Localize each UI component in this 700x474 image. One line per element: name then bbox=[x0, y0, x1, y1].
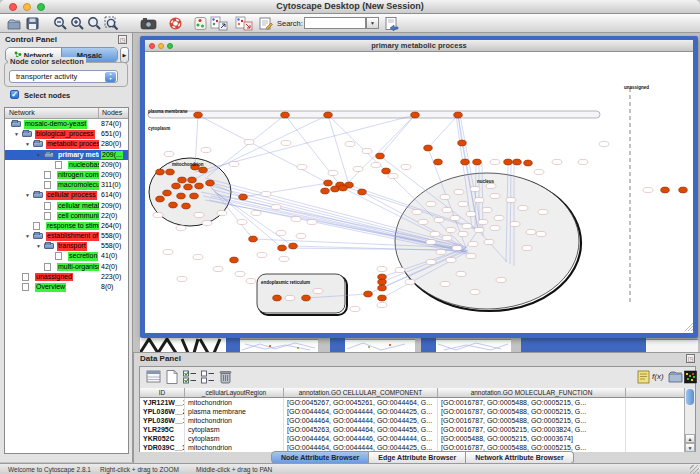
node-color-combobox[interactable]: transporter activity ▲▼ bbox=[9, 70, 118, 83]
graph-node[interactable] bbox=[461, 159, 470, 165]
graph-node-label[interactable] bbox=[490, 159, 500, 164]
table-column-header[interactable]: annotation.GO MOLECULAR_FUNCTION bbox=[438, 388, 626, 398]
attribute-table[interactable]: ID_cellularLayoutRegionannotation.GO CEL… bbox=[140, 388, 685, 452]
graph-node-label[interactable] bbox=[229, 161, 239, 166]
graph-node[interactable] bbox=[302, 295, 311, 301]
graph-edge[interactable] bbox=[343, 115, 415, 188]
graph-node[interactable] bbox=[504, 159, 513, 165]
graph-node-label[interactable] bbox=[484, 239, 494, 244]
float-panel-icon[interactable]: ◳ bbox=[118, 35, 127, 44]
graph-node-label[interactable] bbox=[235, 271, 245, 276]
graph-node-label[interactable] bbox=[470, 289, 480, 294]
graph-node[interactable] bbox=[473, 159, 482, 165]
tab-overflow-arrow[interactable]: ▶ bbox=[120, 47, 129, 63]
graph-node-label[interactable] bbox=[506, 197, 516, 202]
graph-node-label[interactable] bbox=[237, 219, 247, 224]
graph-node-label[interactable] bbox=[440, 281, 450, 286]
network-tree-row[interactable]: ▼primary metabo209(... bbox=[5, 150, 128, 160]
graph-node-label[interactable] bbox=[153, 212, 163, 217]
graph-node-label[interactable] bbox=[518, 205, 528, 210]
graph-node[interactable] bbox=[513, 159, 522, 165]
graph-node[interactable] bbox=[178, 177, 187, 183]
table-cell[interactable]: YPL036W__2 bbox=[140, 407, 185, 416]
graph-node-label[interactable] bbox=[281, 140, 291, 145]
create-attribute-icon[interactable] bbox=[164, 369, 180, 385]
table-cell[interactable]: [GO:0045263, GO:0044464, GO:0044455, G..… bbox=[284, 425, 438, 434]
network-tree-row[interactable]: ▼biological_process651(0) bbox=[5, 129, 128, 139]
scroll-down-icon[interactable]: ▼ bbox=[685, 443, 695, 452]
graph-node-label[interactable] bbox=[217, 210, 227, 215]
graph-edge[interactable] bbox=[428, 115, 458, 148]
table-cell[interactable]: [GO:0016787, GO:0005488, GO:0005215, G..… bbox=[438, 407, 626, 416]
graph-node-label[interactable] bbox=[194, 212, 204, 217]
graph-node-label[interactable] bbox=[257, 252, 267, 257]
manage-attributes-icon[interactable] bbox=[235, 16, 251, 31]
graph-node-label[interactable] bbox=[456, 271, 466, 276]
scroll-up-icon[interactable]: ▲ bbox=[685, 434, 695, 443]
graph-node-label[interactable] bbox=[177, 276, 187, 281]
graph-edge[interactable] bbox=[207, 115, 285, 177]
network-tree-row[interactable]: ▼metabolic process280(0) bbox=[5, 139, 128, 149]
close-button[interactable] bbox=[149, 43, 155, 49]
graph-node-label[interactable] bbox=[599, 141, 609, 146]
table-cell[interactable]: mitochondrion bbox=[185, 416, 284, 425]
graph-node[interactable] bbox=[454, 112, 463, 118]
network-tree-row[interactable]: unassigned223(0) bbox=[5, 272, 128, 282]
graph-node-label[interactable] bbox=[163, 249, 173, 254]
graph-node[interactable] bbox=[378, 285, 387, 291]
graph-node-label[interactable] bbox=[522, 245, 532, 250]
graph-node-label[interactable] bbox=[164, 151, 174, 156]
attribute-select-icon[interactable] bbox=[146, 369, 162, 385]
graph-node-label[interactable] bbox=[446, 227, 456, 232]
graph-node[interactable] bbox=[364, 291, 373, 297]
graph-node-label[interactable] bbox=[474, 197, 484, 202]
graph-node-label[interactable] bbox=[291, 216, 301, 221]
table-cell[interactable]: cytoplasm bbox=[185, 434, 284, 443]
graph-node[interactable] bbox=[661, 187, 670, 193]
graph-node-label[interactable] bbox=[468, 241, 478, 246]
graph-node[interactable] bbox=[524, 160, 533, 166]
expand-arrow-icon[interactable]: ▼ bbox=[25, 233, 30, 239]
zoom-in-icon[interactable] bbox=[70, 16, 86, 31]
graph-node-label[interactable] bbox=[442, 207, 452, 212]
network-graph[interactable]: plasma membranecytoplasmmitochondrionnuc… bbox=[145, 52, 693, 333]
matrix-view-icon[interactable] bbox=[684, 369, 700, 385]
delete-attribute-icon[interactable] bbox=[218, 369, 234, 385]
network-tree-row[interactable]: cell communicat22(0) bbox=[5, 211, 128, 221]
vizmapper-icon[interactable] bbox=[193, 16, 209, 31]
graph-node-label[interactable] bbox=[490, 225, 500, 230]
save-icon[interactable] bbox=[25, 16, 41, 31]
network-tree-row[interactable]: macromolecule311(0) bbox=[5, 180, 128, 190]
graph-node[interactable] bbox=[273, 295, 282, 301]
graph-node[interactable] bbox=[331, 186, 340, 192]
graph-node[interactable] bbox=[339, 185, 348, 191]
graph-node-label[interactable] bbox=[353, 166, 363, 171]
graph-node-label[interactable] bbox=[440, 194, 450, 199]
graph-node[interactable] bbox=[249, 236, 258, 242]
annotation-pad-icon[interactable] bbox=[636, 369, 652, 385]
graph-node-label[interactable] bbox=[297, 164, 307, 169]
graph-node-label[interactable] bbox=[552, 159, 562, 164]
table-cell[interactable]: YLR295C bbox=[140, 425, 185, 434]
graph-node[interactable] bbox=[163, 190, 172, 196]
graph-node[interactable] bbox=[679, 187, 688, 193]
graph-node[interactable] bbox=[172, 183, 181, 189]
tree-column-network[interactable]: Network bbox=[9, 109, 35, 116]
graph-node[interactable] bbox=[358, 189, 367, 195]
graph-node-label[interactable] bbox=[388, 173, 398, 178]
graph-node-label[interactable] bbox=[405, 279, 415, 284]
expand-arrow-icon[interactable]: ▼ bbox=[36, 152, 41, 158]
graph-node[interactable] bbox=[434, 159, 443, 165]
graph-node-label[interactable] bbox=[271, 204, 281, 209]
graph-node-label[interactable] bbox=[478, 219, 488, 224]
graph-node[interactable] bbox=[156, 169, 165, 175]
resize-grip[interactable] bbox=[690, 465, 699, 474]
table-cell[interactable]: YPL036W__1 bbox=[140, 416, 185, 425]
graph-node[interactable] bbox=[166, 169, 175, 175]
graph-node[interactable] bbox=[156, 196, 165, 202]
network-tree-row[interactable]: nucleobase-209(0) bbox=[5, 160, 128, 170]
float-panel-icon[interactable]: ◳ bbox=[686, 354, 695, 363]
graph-node-label[interactable] bbox=[490, 193, 500, 198]
graph-node[interactable] bbox=[321, 188, 330, 194]
expand-arrow-icon[interactable]: ▼ bbox=[36, 243, 41, 249]
